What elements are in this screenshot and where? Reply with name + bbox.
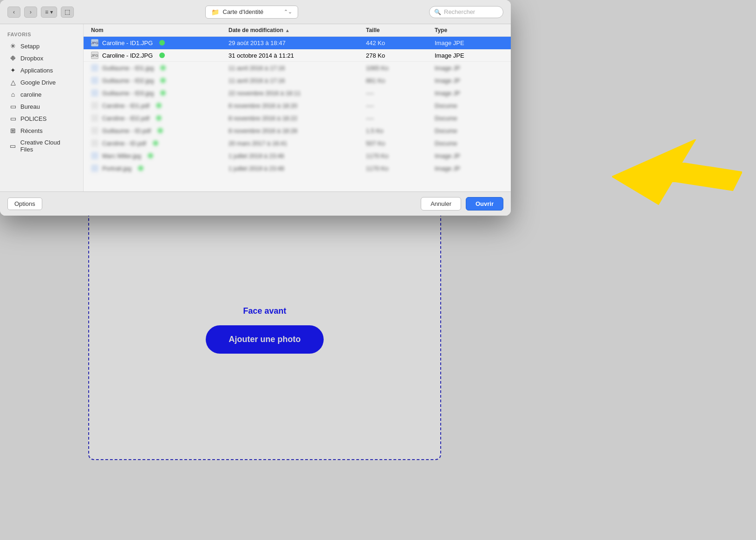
table-row[interactable]: Caroline - ID2.pdf 8 novembre 2016 à 18:… [84, 112, 511, 125]
file-name: Caroline - ID1.JPG [102, 40, 153, 46]
table-row[interactable]: Caroline - ID.pdf 20 mars 2017 à 16:41 5… [84, 137, 511, 150]
file-thumbnail-icon [91, 102, 98, 109]
file-thumbnail-icon [91, 89, 98, 97]
sync-status-icon [153, 140, 158, 146]
file-type: Image JP [435, 77, 503, 84]
table-row[interactable]: Guillaume - ID1.jpg 11 avril 2016 à 17:1… [84, 62, 511, 74]
sync-status-icon [156, 115, 162, 121]
file-name-cell: Marc Miller.jpg [91, 152, 228, 159]
file-size: 1170 Ko [366, 152, 435, 159]
file-type: Docume [435, 115, 503, 122]
file-type: Image JPE [435, 52, 503, 59]
file-size: 442 Ko [366, 40, 435, 46]
new-folder-button[interactable]: ⬚ [61, 7, 74, 18]
file-type: Docume [435, 127, 503, 134]
sidebar-item-label: Récents [20, 127, 43, 134]
file-thumbnail-icon [91, 64, 98, 72]
polices-icon: ▭ [9, 115, 17, 122]
chevron-left-icon: ‹ [13, 9, 15, 15]
file-name: Portrait.jpg [102, 165, 131, 172]
dropdown-arrow-icon: ▾ [50, 9, 53, 15]
forward-button[interactable]: › [24, 7, 37, 18]
back-button[interactable]: ‹ [7, 7, 20, 18]
open-button[interactable]: Ouvrir [466, 197, 503, 211]
table-row[interactable]: JPG Caroline - ID1.JPG 29 août 2013 à 18… [84, 37, 511, 49]
current-folder-name: Carte d'Identité [223, 8, 264, 15]
table-row[interactable]: Guillaume - ID3.jpg 22 novembre 2016 à 1… [84, 87, 511, 99]
sidebar-item-applications[interactable]: ✦ Applications [2, 64, 81, 76]
sidebar-item-label: POLICES [20, 115, 46, 122]
options-button[interactable]: Options [7, 198, 42, 210]
table-row[interactable]: JPG Caroline - ID2.JPG 31 octobre 2014 à… [84, 49, 511, 62]
file-type: Image JP [435, 90, 503, 97]
file-name-cell: JPG Caroline - ID2.JPG [91, 52, 228, 59]
sidebar-item-creative-cloud[interactable]: ▭ Creative Cloud Files [2, 137, 81, 155]
sidebar-item-bureau[interactable]: ▭ Bureau [2, 100, 81, 112]
table-row[interactable]: Caroline - ID1.pdf 8 novembre 2016 à 18:… [84, 99, 511, 112]
file-size: ---- [366, 115, 435, 122]
file-date: 1 juillet 2019 à 23:48 [228, 165, 366, 172]
file-type: Image JPE [435, 40, 503, 46]
file-name-cell: Caroline - ID2.pdf [91, 114, 228, 122]
file-thumbnail-icon [91, 139, 98, 147]
desktop-icon: ▭ [9, 103, 17, 110]
file-date: 8 novembre 2016 à 18:20 [228, 102, 366, 109]
sync-status-icon [160, 90, 166, 96]
sidebar-item-dropbox[interactable]: ❉ Dropbox [2, 52, 81, 64]
dialog-footer: Options Annuler Ouvrir [0, 191, 511, 216]
file-date: 8 novembre 2016 à 18:22 [228, 115, 366, 122]
cancel-button[interactable]: Annuler [421, 197, 461, 211]
sidebar-item-google-drive[interactable]: △ Google Drive [2, 76, 81, 88]
col-header-date: Date de modification ▲ [228, 27, 366, 33]
footer-buttons: Annuler Ouvrir [421, 197, 503, 211]
file-date: 22 novembre 2016 à 18:11 [228, 90, 366, 97]
file-date: 8 novembre 2016 à 18:28 [228, 127, 366, 134]
sidebar: Favoris ✳ Setapp ❉ Dropbox ✦ Application… [0, 24, 84, 191]
file-size: 1065 Ko [366, 65, 435, 72]
file-list: JPG Caroline - ID1.JPG 29 août 2013 à 18… [84, 37, 511, 191]
file-name: Caroline - ID.pdf [102, 140, 146, 147]
sync-status-icon [160, 78, 166, 83]
file-size: 861 Ko [366, 77, 435, 84]
table-row[interactable]: Portrait.jpg 1 juillet 2019 à 23:48 1170… [84, 162, 511, 175]
sidebar-item-label: Bureau [20, 103, 40, 110]
table-row[interactable]: Marc Miller.jpg 1 juillet 2019 à 23:46 1… [84, 150, 511, 162]
file-date: 1 juillet 2019 à 23:46 [228, 152, 366, 159]
file-size: 1170 Ko [366, 165, 435, 172]
file-date: 11 avril 2016 à 17:16 [228, 77, 366, 84]
sort-arrow-icon: ▲ [285, 28, 290, 33]
folder-icon: ⬚ [65, 8, 70, 15]
list-view-icon: ≡ [45, 9, 48, 15]
file-list-container: Nom Date de modification ▲ Taille Type J… [84, 24, 511, 191]
view-options-button[interactable]: ≡ ▾ [41, 7, 57, 18]
file-name-cell: Portrait.jpg [91, 165, 228, 172]
file-thumbnail-icon [91, 114, 98, 122]
search-box[interactable]: 🔍 Rechercher [429, 6, 503, 18]
file-name-cell: Caroline - ID.pdf [91, 139, 228, 147]
table-row[interactable]: Guillaume - ID2.jpg 11 avril 2016 à 17:1… [84, 74, 511, 87]
file-size: ---- [366, 102, 435, 109]
search-icon: 🔍 [434, 9, 441, 15]
file-name-cell: Caroline - ID1.pdf [91, 102, 228, 109]
sidebar-item-recents[interactable]: ⊞ Récents [2, 125, 81, 137]
file-list-header: Nom Date de modification ▲ Taille Type [84, 24, 511, 37]
sidebar-item-setapp[interactable]: ✳ Setapp [2, 40, 81, 52]
file-type: Docume [435, 140, 503, 147]
setapp-icon: ✳ [9, 42, 17, 50]
table-row[interactable]: Guillaume - ID.pdf 8 novembre 2016 à 18:… [84, 125, 511, 137]
sidebar-item-caroline[interactable]: ⌂ caroline [2, 88, 81, 100]
current-folder-icon: 📁 [211, 8, 219, 16]
file-name-cell: Guillaume - ID1.jpg [91, 64, 228, 72]
file-type: Image JP [435, 65, 503, 72]
sync-status-icon [157, 128, 163, 133]
location-picker[interactable]: 📁 Carte d'Identité ⌃⌄ [205, 6, 298, 19]
file-name: Caroline - ID2.pdf [102, 115, 150, 122]
file-size: 278 Ko [366, 52, 435, 59]
sync-status-icon [156, 103, 162, 108]
file-open-dialog: ‹ › ≡ ▾ ⬚ 📁 Carte d'Identité ⌃⌄ 🔍 [0, 0, 511, 216]
search-placeholder: Rechercher [444, 8, 475, 15]
sidebar-item-polices[interactable]: ▭ POLICES [2, 112, 81, 125]
sync-status-icon [148, 153, 153, 158]
file-size: 507 Ko [366, 140, 435, 147]
chevron-right-icon: › [30, 9, 32, 15]
